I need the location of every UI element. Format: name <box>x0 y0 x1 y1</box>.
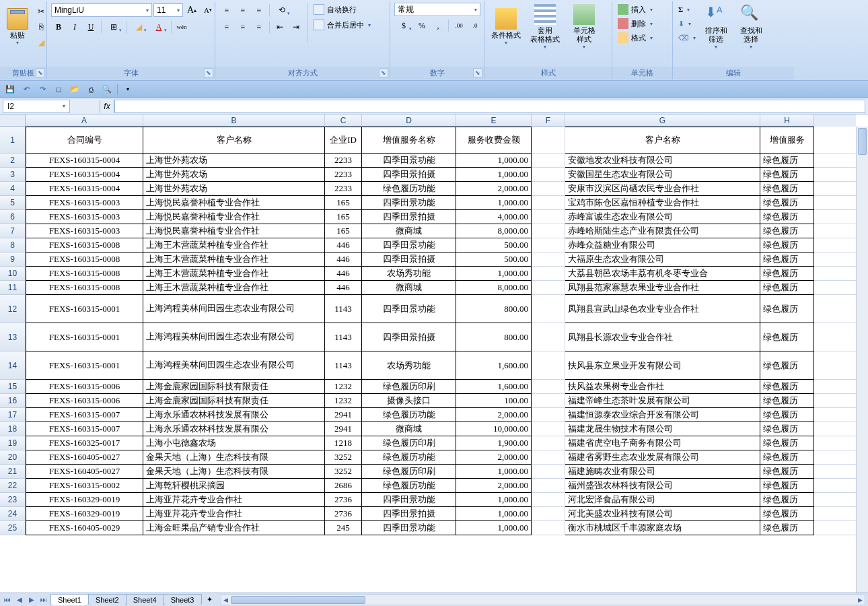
currency-icon: $ <box>402 21 406 31</box>
font-name-combo[interactable]: MingLiU▾ <box>51 3 152 17</box>
insert-cells-button[interactable]: 插入▾ <box>616 3 654 16</box>
qat-save-button[interactable]: 💾 <box>3 83 17 96</box>
conditional-format-button[interactable]: 条件格式▾ <box>489 3 523 51</box>
italic-button[interactable]: I <box>67 20 82 34</box>
redo-icon: ↷ <box>40 85 46 94</box>
delete-icon <box>618 18 628 29</box>
align-bottom-button[interactable]: ≡ <box>252 3 266 18</box>
ribbon: 粘贴 ▾ ✂ ⎘ ◢ 剪贴板⬊ MingLiU▾ 11▾ A▴ A▾ B I U <box>0 0 868 81</box>
eraser-icon: ⌫ <box>678 34 689 42</box>
accounting-button[interactable]: $ <box>394 18 413 33</box>
font-color-icon: A <box>156 22 162 32</box>
decrease-decimal-button[interactable]: .0 <box>468 18 482 33</box>
group-align: ≡ ≡ ≡ ⟲ ≡ ≡ ≡ ⇤ ⇥ 自动换行 合并后居中▾ <box>215 1 390 79</box>
number-dialog-launcher[interactable]: ⬊ <box>473 68 482 77</box>
sort-filter-button[interactable]: ⬇ᴬ排序和 筛选▾ <box>700 3 732 51</box>
chevron-down-icon: ▾ <box>126 86 129 92</box>
preview-icon: 🔍 <box>102 85 112 94</box>
autosum-button[interactable]: Σ▾ <box>677 3 697 16</box>
indent-decrease-button[interactable]: ⇤ <box>273 20 287 34</box>
comma-button[interactable]: , <box>431 18 445 33</box>
fill-button[interactable]: ⬇▾ <box>677 17 697 30</box>
align-center-button[interactable]: ≡ <box>236 20 250 34</box>
undo-icon: ↶ <box>24 85 30 94</box>
qat-open-button[interactable]: 📂 <box>67 83 82 96</box>
copy-icon: ⎘ <box>39 22 44 32</box>
border-icon: ⊞ <box>110 22 117 32</box>
formula-input[interactable] <box>114 100 865 113</box>
align-right-button[interactable]: ≡ <box>252 20 266 34</box>
rotate-icon: ⟲ <box>279 5 285 15</box>
qat-redo-button[interactable]: ↷ <box>35 83 50 96</box>
insert-icon <box>618 4 628 15</box>
group-number: 常规▾ $ % , .00 .0 数字⬊ <box>390 1 484 79</box>
cell-style-icon <box>573 4 595 25</box>
font-dialog-launcher[interactable]: ⬊ <box>204 68 213 77</box>
bold-button[interactable]: B <box>51 20 66 34</box>
merge-icon <box>314 20 324 30</box>
indent-increase-button[interactable]: ⇥ <box>289 20 303 34</box>
format-painter-button[interactable]: ◢ <box>34 35 48 50</box>
scissors-icon: ✂ <box>38 7 44 17</box>
align-top-button[interactable]: ≡ <box>219 3 234 18</box>
font-size-combo[interactable]: 11▾ <box>153 3 183 17</box>
copy-button[interactable]: ⎘ <box>34 20 48 34</box>
wrap-text-button[interactable]: 自动换行 <box>312 3 372 16</box>
format-icon <box>618 32 628 43</box>
align-left-button[interactable]: ≡ <box>219 20 234 34</box>
align-middle-button[interactable]: ≡ <box>236 3 250 18</box>
formula-bar: I2▾ fx <box>0 98 868 114</box>
qat-more-button[interactable]: ▾ <box>120 83 135 96</box>
sort-icon: ⬇ᴬ <box>705 4 727 25</box>
fx-button[interactable]: fx <box>100 100 114 113</box>
phonetic-button[interactable]: wén <box>174 20 189 34</box>
delete-cells-button[interactable]: 删除▾ <box>616 17 654 30</box>
name-box[interactable]: I2▾ <box>3 100 70 113</box>
group-cells: 插入▾ 删除▾ 格式▾ 单元格 <box>612 1 673 79</box>
open-icon: 📂 <box>70 85 79 94</box>
sigma-icon: Σ <box>678 5 683 13</box>
cut-button[interactable]: ✂ <box>34 4 48 19</box>
group-font: MingLiU▾ 11▾ A▴ A▾ B I U ⊞ ◢ A wén 字体⬊ <box>47 1 215 79</box>
fill-down-icon: ⬇ <box>678 20 684 28</box>
qat-new-button[interactable]: □ <box>51 83 66 96</box>
group-clipboard: 粘贴 ▾ ✂ ⎘ ◢ 剪贴板⬊ <box>0 1 47 79</box>
quick-access-toolbar: 💾 ↶ ↷ □ 📂 ⎙ 🔍 ▾ <box>0 81 868 98</box>
find-icon: 🔍 <box>740 4 762 25</box>
brush-icon: ◢ <box>38 38 44 48</box>
format-as-table-button[interactable]: 套用 表格格式▾ <box>526 3 564 51</box>
new-icon: □ <box>57 86 61 94</box>
paste-button[interactable]: 粘贴 ▾ <box>4 3 31 51</box>
increase-decimal-button[interactable]: .00 <box>451 18 466 33</box>
cond-format-icon <box>495 8 517 30</box>
font-color-button[interactable]: A <box>149 20 168 34</box>
save-icon: 💾 <box>5 85 15 94</box>
shrink-font-button[interactable]: A▾ <box>201 3 215 18</box>
merge-center-button[interactable]: 合并后居中▾ <box>312 18 372 32</box>
qat-preview-button[interactable]: 🔍 <box>100 83 114 96</box>
cell-styles-button[interactable]: 单元格 样式▾ <box>567 3 602 51</box>
number-format-combo[interactable]: 常规▾ <box>394 3 480 16</box>
qat-print-button[interactable]: ⎙ <box>83 83 98 96</box>
wrap-icon <box>314 4 324 15</box>
clear-button[interactable]: ⌫▾ <box>677 31 697 44</box>
group-styles: 条件格式▾ 套用 表格格式▾ 单元格 样式▾ 样式 <box>484 1 612 79</box>
paste-icon <box>7 8 28 30</box>
percent-button[interactable]: % <box>414 18 429 33</box>
table-icon <box>534 4 556 25</box>
underline-button[interactable]: U <box>83 20 98 34</box>
format-cells-button[interactable]: 格式▾ <box>616 31 654 44</box>
fill-color-button[interactable]: ◢ <box>129 20 148 34</box>
borders-button[interactable]: ⊞ <box>104 20 123 34</box>
align-dialog-launcher[interactable]: ⬊ <box>379 68 388 77</box>
clipboard-dialog-launcher[interactable]: ⬊ <box>36 68 45 77</box>
bucket-icon: ◢ <box>136 22 142 32</box>
find-select-button[interactable]: 🔍查找和 选择▾ <box>735 3 767 51</box>
print-icon: ⎙ <box>89 86 94 94</box>
grow-font-button[interactable]: A▴ <box>184 3 199 18</box>
orientation-button[interactable]: ⟲ <box>273 3 291 18</box>
group-editing: Σ▾ ⬇▾ ⌫▾ ⬇ᴬ排序和 筛选▾ 🔍查找和 选择▾ 编辑 <box>673 1 794 79</box>
qat-undo-button[interactable]: ↶ <box>19 83 34 96</box>
